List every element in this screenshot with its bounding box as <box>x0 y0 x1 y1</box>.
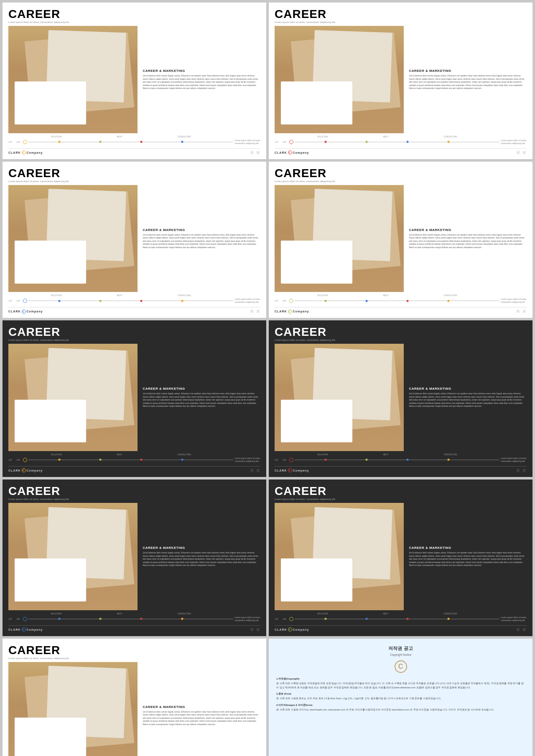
desk-photo <box>275 26 404 133</box>
photo-area <box>8 185 138 292</box>
slide-title: CAREER <box>8 485 260 497</box>
slide-7: CAREERLorem ipsum dolor sit amet, consec… <box>3 479 266 636</box>
company-label: Company <box>293 469 309 472</box>
company-label: Company <box>27 310 43 313</box>
slide-subtitle: Lorem ipsum dolor sit amet, consectetur … <box>8 21 260 23</box>
slide-subtitle: Lorem ipsum dolor sit amet, consectetur … <box>8 498 260 500</box>
text-area: CAREER & MARKETINGLid et laborum dolu nu… <box>407 185 527 292</box>
slide-6: CAREERLorem ipsum dolor sit amet, consec… <box>269 320 532 477</box>
slide-subtitle: Lorem ipsum dolor sit amet, consectetur … <box>8 339 260 341</box>
slide-title: CAREER <box>275 326 527 338</box>
company-text: CLARK <box>8 628 21 631</box>
page-number: 彩 读 <box>517 627 527 632</box>
photo-area <box>8 503 138 610</box>
section-title: CAREER & MARKETING <box>143 546 260 550</box>
slide-title: CAREER <box>275 485 527 497</box>
desk-photo <box>275 185 404 292</box>
company-label: Company <box>293 628 309 631</box>
slide-title: CAREER <box>275 167 527 179</box>
slide-subtitle: Lorem ipsum dolor sit amet, consectetur … <box>8 657 260 660</box>
bottom-bar: CLARK C Company 彩 读 <box>8 466 260 473</box>
page-number: 彩 读 <box>250 468 260 473</box>
chart-overlay <box>15 718 86 756</box>
company-text: CLARK <box>8 151 21 154</box>
text-area: CAREER & MARKETINGLid et laborum dolu nu… <box>141 26 260 133</box>
company-name: CLARK C Company <box>8 310 43 314</box>
company-name: CLARK C Company <box>8 150 43 155</box>
section-title: CAREER & MARKETING <box>143 69 260 73</box>
page-number: 彩 读 <box>250 309 260 314</box>
timeline-wrapper: SOLUTIONNEXTCONSULTING+27+44Lorem ipsum … <box>275 613 527 623</box>
company-text: CLARK <box>8 469 21 472</box>
section-text: Lid et laborum dolu numes fugats untras.… <box>143 551 260 567</box>
company-name: CLARK C Company <box>275 310 309 314</box>
bottom-bar: CLARK C Company 彩 读 <box>275 307 527 314</box>
section-title: CAREER & MARKETING <box>409 546 527 550</box>
text-area: CAREER & MARKETINGLid et laborum dolu nu… <box>141 662 260 756</box>
page-number: 彩 读 <box>250 627 260 632</box>
text-area: CAREER & MARKETINGLid et laborum dolu nu… <box>141 344 260 451</box>
bottom-bar: CLARK C Company 彩 读 <box>275 625 527 632</box>
section-text: Lid et laborum dolu numes fugats untras.… <box>409 392 527 408</box>
copyright-section-3-text: 본 서류 내에 사용된 이미지는 www.freepik.com, www.pe… <box>276 708 525 712</box>
company-label: Company <box>27 469 43 472</box>
photo-area <box>8 26 138 133</box>
page-number: 彩 读 <box>250 150 260 155</box>
desk-photo <box>8 26 138 133</box>
copyright-subtitle: Copyright Notice <box>276 653 525 656</box>
slide-8: CAREERLorem ipsum dolor sit amet, consec… <box>269 479 532 636</box>
photo-area <box>8 662 138 756</box>
slide-subtitle: Lorem ipsum dolor sit amet, consectetur … <box>275 498 527 500</box>
text-area: CAREER & MARKETINGLid et laborum dolu nu… <box>141 185 260 292</box>
company-label: Company <box>27 628 43 631</box>
copyright-section-2-title: 2.폰트 (Font) <box>276 692 525 696</box>
section-text: Lid et laborum dolu numes fugats untras.… <box>409 233 527 249</box>
slide-9: CAREERLorem ipsum dolor sit amet, consec… <box>3 639 266 756</box>
slide-title: CAREER <box>8 326 260 338</box>
chart-overlay <box>281 241 352 284</box>
company-name: CLARK C Company <box>275 150 309 155</box>
content-area: CAREER & MARKETINGLid et laborum dolu nu… <box>275 344 527 451</box>
copyright-section-1: 1.저작권(Copyright) 본 서류 내에 수록된 내용은 저작권법에 의… <box>276 677 525 690</box>
desk-photo <box>8 503 138 610</box>
timeline-wrapper: SOLUTIONNEXTCONSULTING+27+44Lorem ipsum … <box>275 136 527 146</box>
photo-area <box>275 344 404 451</box>
company-name: CLARK C Company <box>275 627 309 632</box>
timeline-wrapper: SOLUTIONNEXTCONSULTING+27+44Lorem ipsum … <box>275 454 527 464</box>
company-text: CLARK <box>275 469 287 472</box>
slide-subtitle: Lorem ipsum dolor sit amet, consectetur … <box>275 21 527 23</box>
page-number: 彩 读 <box>517 309 527 314</box>
copyright-section-3: 3.이미지(Image) & 아이콘(Icon) 본 서류 내에 사용된 이미지… <box>276 703 525 712</box>
section-text: Lid et laborum dolu numes fugats untras.… <box>409 551 527 567</box>
timeline-wrapper: SOLUTIONNEXTCONSULTING+27+44Lorem ipsum … <box>275 294 527 304</box>
company-label: Company <box>293 310 309 313</box>
section-title: CAREER & MARKETING <box>409 228 527 232</box>
desk-photo <box>275 344 404 451</box>
bottom-bar: CLARK C Company 彩 读 <box>8 148 260 155</box>
photo-area <box>275 26 404 133</box>
company-c-icon: C <box>288 150 292 155</box>
text-area: CAREER & MARKETINGLid et laborum dolu nu… <box>407 26 527 133</box>
text-area: CAREER & MARKETINGLid et laborum dolu nu… <box>407 503 527 610</box>
copyright-logo: C <box>276 660 525 673</box>
content-area: CAREER & MARKETINGLid et laborum dolu nu… <box>275 26 527 133</box>
slide-2: CAREERLorem ipsum dolor sit amet, consec… <box>269 3 532 159</box>
copyright-section-1-title: 1.저작권(Copyright) <box>276 677 525 681</box>
slide-3: CAREERLorem ipsum dolor sit amet, consec… <box>3 162 266 318</box>
company-name: CLARK C Company <box>8 468 43 472</box>
company-c-icon: C <box>22 627 26 632</box>
section-title: CAREER & MARKETING <box>143 387 260 391</box>
slide-title: CAREER <box>8 8 260 20</box>
desk-photo <box>8 662 138 756</box>
section-text: Lid et laborum dolu numes fugats untras.… <box>409 74 527 90</box>
section-title: CAREER & MARKETING <box>409 69 527 73</box>
copyright-section-2-text: 본 서류 내에 사용된 폰트는 모두 무료 폰트 (구글 Noto Sans, … <box>276 697 525 701</box>
desk-photo <box>8 185 138 292</box>
slide-title: CAREER <box>8 644 260 656</box>
slide-subtitle: Lorem ipsum dolor sit amet, consectetur … <box>275 339 527 341</box>
photo-area <box>275 503 404 610</box>
copyright-section-1-text: 본 서류 내에 수록된 내용은 저작권법에 의해 보호 받습니다. 저작(편집)… <box>276 682 525 690</box>
timeline-wrapper: SOLUTIONNEXTCONSULTING+27+44Lorem ipsum … <box>8 294 260 304</box>
company-text: CLARK <box>8 310 21 313</box>
section-text: Lid et laborum dolu numes fugats untras.… <box>143 710 260 726</box>
